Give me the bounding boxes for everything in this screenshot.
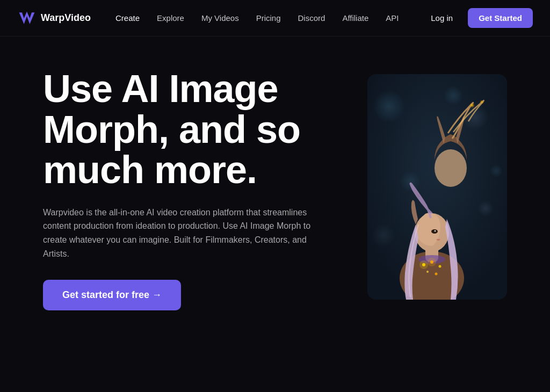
hero-section: Use AI Image Morph, and so much more. Wa… [0,37,550,392]
svg-point-20 [426,271,429,273]
nav-discord[interactable]: Discord [291,9,333,27]
svg-point-22 [419,260,428,269]
svg-point-7 [372,223,395,247]
navbar: WarpVideo Create Explore My Videos Prici… [0,0,550,37]
hero-fantasy-image [367,74,507,300]
cta-button[interactable]: Get started for free → [43,280,181,310]
svg-point-8 [490,164,503,177]
hero-image [367,74,507,300]
nav-links: Create Explore My Videos Pricing Discord… [108,9,422,27]
hero-content: Use AI Image Morph, and so much more. Wa… [43,69,346,310]
svg-marker-0 [19,11,35,24]
svg-point-25 [435,230,436,232]
svg-point-11 [469,103,475,108]
nav-actions: Log in Get Started [422,8,533,28]
brand-name: WarpVideo [41,12,91,24]
nav-affiliate[interactable]: Affiliate [335,9,376,27]
svg-point-23 [428,258,436,266]
svg-point-5 [477,200,494,216]
svg-point-2 [373,90,405,122]
nav-explore[interactable]: Explore [149,9,192,27]
svg-point-12 [480,100,484,104]
svg-point-21 [435,273,438,275]
nav-pricing[interactable]: Pricing [249,9,288,27]
login-button[interactable]: Log in [422,9,461,27]
svg-point-4 [400,171,421,192]
nav-api[interactable]: API [378,9,406,27]
get-started-nav-button[interactable]: Get Started [468,8,533,28]
nav-my-videos[interactable]: My Videos [194,9,247,27]
svg-point-6 [444,86,463,105]
logo-link[interactable]: WarpVideo [17,9,91,28]
svg-point-10 [435,149,467,187]
hero-description: Warpvideo is the all-in-one AI video cre… [43,206,322,260]
svg-point-19 [439,265,442,268]
hero-title: Use AI Image Morph, and so much more. [43,69,346,191]
warpvideo-logo-icon [17,9,37,28]
nav-create[interactable]: Create [108,9,147,27]
